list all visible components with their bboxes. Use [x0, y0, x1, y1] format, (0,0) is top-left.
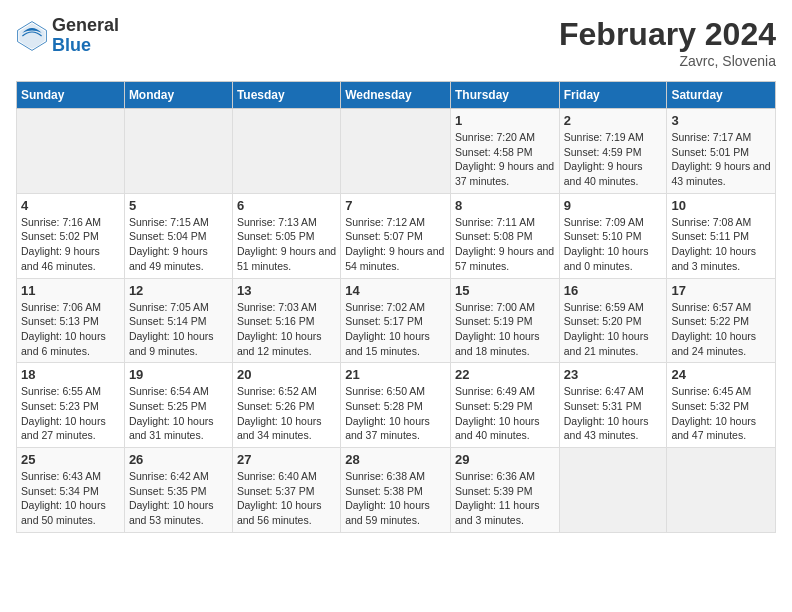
day-number: 2 — [564, 113, 663, 128]
day-info: Sunrise: 7:12 AM Sunset: 5:07 PM Dayligh… — [345, 215, 446, 274]
calendar-body: 1Sunrise: 7:20 AM Sunset: 4:58 PM Daylig… — [17, 109, 776, 533]
day-info: Sunrise: 7:02 AM Sunset: 5:17 PM Dayligh… — [345, 300, 446, 359]
day-info: Sunrise: 6:57 AM Sunset: 5:22 PM Dayligh… — [671, 300, 771, 359]
day-cell: 9Sunrise: 7:09 AM Sunset: 5:10 PM Daylig… — [559, 193, 667, 278]
day-info: Sunrise: 7:06 AM Sunset: 5:13 PM Dayligh… — [21, 300, 120, 359]
subtitle: Zavrc, Slovenia — [559, 53, 776, 69]
day-info: Sunrise: 6:55 AM Sunset: 5:23 PM Dayligh… — [21, 384, 120, 443]
day-info: Sunrise: 7:17 AM Sunset: 5:01 PM Dayligh… — [671, 130, 771, 189]
logo-icon — [16, 20, 48, 52]
day-info: Sunrise: 7:16 AM Sunset: 5:02 PM Dayligh… — [21, 215, 120, 274]
day-number: 25 — [21, 452, 120, 467]
day-number: 14 — [345, 283, 446, 298]
logo-text: General Blue — [52, 16, 119, 56]
day-info: Sunrise: 6:36 AM Sunset: 5:39 PM Dayligh… — [455, 469, 555, 528]
day-number: 9 — [564, 198, 663, 213]
day-info: Sunrise: 7:00 AM Sunset: 5:19 PM Dayligh… — [455, 300, 555, 359]
day-number: 20 — [237, 367, 336, 382]
day-cell: 18Sunrise: 6:55 AM Sunset: 5:23 PM Dayli… — [17, 363, 125, 448]
day-number: 18 — [21, 367, 120, 382]
day-number: 6 — [237, 198, 336, 213]
day-number: 21 — [345, 367, 446, 382]
day-info: Sunrise: 6:40 AM Sunset: 5:37 PM Dayligh… — [237, 469, 336, 528]
day-cell: 26Sunrise: 6:42 AM Sunset: 5:35 PM Dayli… — [124, 448, 232, 533]
week-row-1: 4Sunrise: 7:16 AM Sunset: 5:02 PM Daylig… — [17, 193, 776, 278]
day-cell: 19Sunrise: 6:54 AM Sunset: 5:25 PM Dayli… — [124, 363, 232, 448]
day-info: Sunrise: 6:52 AM Sunset: 5:26 PM Dayligh… — [237, 384, 336, 443]
day-info: Sunrise: 6:50 AM Sunset: 5:28 PM Dayligh… — [345, 384, 446, 443]
day-number: 4 — [21, 198, 120, 213]
logo-general-text: General — [52, 16, 119, 36]
day-number: 26 — [129, 452, 228, 467]
day-cell: 3Sunrise: 7:17 AM Sunset: 5:01 PM Daylig… — [667, 109, 776, 194]
day-cell: 2Sunrise: 7:19 AM Sunset: 4:59 PM Daylig… — [559, 109, 667, 194]
day-number: 24 — [671, 367, 771, 382]
day-cell: 12Sunrise: 7:05 AM Sunset: 5:14 PM Dayli… — [124, 278, 232, 363]
week-row-3: 18Sunrise: 6:55 AM Sunset: 5:23 PM Dayli… — [17, 363, 776, 448]
day-cell: 7Sunrise: 7:12 AM Sunset: 5:07 PM Daylig… — [341, 193, 451, 278]
week-row-4: 25Sunrise: 6:43 AM Sunset: 5:34 PM Dayli… — [17, 448, 776, 533]
day-cell: 1Sunrise: 7:20 AM Sunset: 4:58 PM Daylig… — [450, 109, 559, 194]
day-cell — [667, 448, 776, 533]
day-cell: 22Sunrise: 6:49 AM Sunset: 5:29 PM Dayli… — [450, 363, 559, 448]
day-cell: 10Sunrise: 7:08 AM Sunset: 5:11 PM Dayli… — [667, 193, 776, 278]
day-number: 17 — [671, 283, 771, 298]
title-block: February 2024 Zavrc, Slovenia — [559, 16, 776, 69]
day-info: Sunrise: 7:03 AM Sunset: 5:16 PM Dayligh… — [237, 300, 336, 359]
day-info: Sunrise: 7:13 AM Sunset: 5:05 PM Dayligh… — [237, 215, 336, 274]
day-cell — [124, 109, 232, 194]
day-cell: 6Sunrise: 7:13 AM Sunset: 5:05 PM Daylig… — [232, 193, 340, 278]
day-cell — [17, 109, 125, 194]
day-cell: 28Sunrise: 6:38 AM Sunset: 5:38 PM Dayli… — [341, 448, 451, 533]
day-info: Sunrise: 7:20 AM Sunset: 4:58 PM Dayligh… — [455, 130, 555, 189]
header-row: SundayMondayTuesdayWednesdayThursdayFrid… — [17, 82, 776, 109]
day-number: 7 — [345, 198, 446, 213]
header-cell-sunday: Sunday — [17, 82, 125, 109]
day-cell: 11Sunrise: 7:06 AM Sunset: 5:13 PM Dayli… — [17, 278, 125, 363]
day-number: 12 — [129, 283, 228, 298]
day-number: 19 — [129, 367, 228, 382]
day-cell: 4Sunrise: 7:16 AM Sunset: 5:02 PM Daylig… — [17, 193, 125, 278]
day-cell: 13Sunrise: 7:03 AM Sunset: 5:16 PM Dayli… — [232, 278, 340, 363]
day-cell — [341, 109, 451, 194]
day-number: 22 — [455, 367, 555, 382]
day-number: 15 — [455, 283, 555, 298]
day-cell: 20Sunrise: 6:52 AM Sunset: 5:26 PM Dayli… — [232, 363, 340, 448]
day-info: Sunrise: 6:59 AM Sunset: 5:20 PM Dayligh… — [564, 300, 663, 359]
day-info: Sunrise: 6:45 AM Sunset: 5:32 PM Dayligh… — [671, 384, 771, 443]
day-info: Sunrise: 7:11 AM Sunset: 5:08 PM Dayligh… — [455, 215, 555, 274]
main-title: February 2024 — [559, 16, 776, 53]
day-number: 13 — [237, 283, 336, 298]
day-info: Sunrise: 7:08 AM Sunset: 5:11 PM Dayligh… — [671, 215, 771, 274]
day-number: 23 — [564, 367, 663, 382]
header-cell-wednesday: Wednesday — [341, 82, 451, 109]
day-cell: 5Sunrise: 7:15 AM Sunset: 5:04 PM Daylig… — [124, 193, 232, 278]
header-cell-tuesday: Tuesday — [232, 82, 340, 109]
calendar-header: SundayMondayTuesdayWednesdayThursdayFrid… — [17, 82, 776, 109]
day-number: 11 — [21, 283, 120, 298]
day-info: Sunrise: 7:15 AM Sunset: 5:04 PM Dayligh… — [129, 215, 228, 274]
day-info: Sunrise: 6:54 AM Sunset: 5:25 PM Dayligh… — [129, 384, 228, 443]
week-row-2: 11Sunrise: 7:06 AM Sunset: 5:13 PM Dayli… — [17, 278, 776, 363]
day-cell: 21Sunrise: 6:50 AM Sunset: 5:28 PM Dayli… — [341, 363, 451, 448]
day-number: 10 — [671, 198, 771, 213]
day-cell: 8Sunrise: 7:11 AM Sunset: 5:08 PM Daylig… — [450, 193, 559, 278]
day-number: 16 — [564, 283, 663, 298]
day-cell: 15Sunrise: 7:00 AM Sunset: 5:19 PM Dayli… — [450, 278, 559, 363]
day-info: Sunrise: 7:19 AM Sunset: 4:59 PM Dayligh… — [564, 130, 663, 189]
day-number: 28 — [345, 452, 446, 467]
day-number: 5 — [129, 198, 228, 213]
day-cell: 17Sunrise: 6:57 AM Sunset: 5:22 PM Dayli… — [667, 278, 776, 363]
header-cell-thursday: Thursday — [450, 82, 559, 109]
calendar-table: SundayMondayTuesdayWednesdayThursdayFrid… — [16, 81, 776, 533]
day-info: Sunrise: 7:09 AM Sunset: 5:10 PM Dayligh… — [564, 215, 663, 274]
day-cell — [232, 109, 340, 194]
header-cell-monday: Monday — [124, 82, 232, 109]
day-info: Sunrise: 6:42 AM Sunset: 5:35 PM Dayligh… — [129, 469, 228, 528]
day-info: Sunrise: 7:05 AM Sunset: 5:14 PM Dayligh… — [129, 300, 228, 359]
day-number: 29 — [455, 452, 555, 467]
day-info: Sunrise: 6:43 AM Sunset: 5:34 PM Dayligh… — [21, 469, 120, 528]
day-cell: 16Sunrise: 6:59 AM Sunset: 5:20 PM Dayli… — [559, 278, 667, 363]
day-number: 8 — [455, 198, 555, 213]
day-cell: 27Sunrise: 6:40 AM Sunset: 5:37 PM Dayli… — [232, 448, 340, 533]
